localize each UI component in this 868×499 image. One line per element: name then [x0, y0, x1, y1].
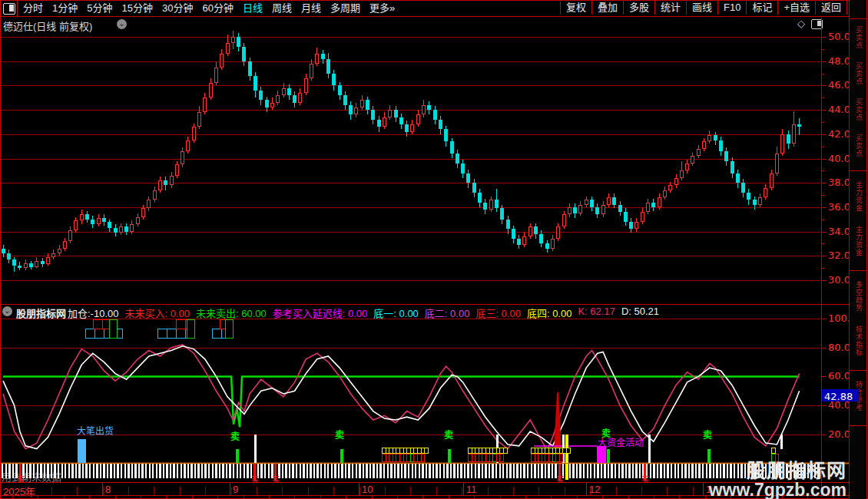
candlestick-pane[interactable]	[0, 31, 821, 304]
sidebar-divider	[850, 270, 866, 271]
pane-divider[interactable]	[0, 304, 849, 305]
sidebar-divider	[850, 370, 866, 371]
sidebar-item[interactable]: 买卖点	[854, 26, 863, 49]
timeline-minor-tick	[257, 487, 257, 495]
candle-body	[780, 134, 784, 154]
candle-body	[46, 257, 50, 265]
timeline-minor-tick	[205, 487, 206, 495]
bottom-strip-tick	[705, 496, 706, 499]
timeline-minor-tick	[693, 487, 694, 495]
layout-panel-icon[interactable]	[3, 3, 15, 15]
candle-body	[731, 161, 734, 173]
candle-body	[35, 261, 38, 267]
timeline-minor-tick	[513, 487, 514, 495]
menu-item-分时[interactable]: 分时	[18, 0, 48, 16]
candle-body	[203, 97, 207, 112]
candle-body	[517, 239, 521, 245]
candle-body	[775, 154, 779, 173]
candle-body	[242, 47, 246, 61]
menu-item-更多»[interactable]: 更多»	[365, 0, 399, 16]
menu-item-多周期[interactable]: 多周期	[326, 0, 365, 16]
sidebar-item[interactable]: 买卖点	[854, 98, 863, 121]
indicator-pane[interactable]	[0, 319, 821, 464]
indicator-collapse-icon[interactable]: ⌄	[2, 306, 12, 316]
candle-body	[91, 220, 94, 224]
candle-body	[298, 93, 302, 103]
bottom-strip-tick	[217, 496, 218, 499]
title-bar: 德迈仕(日线 前复权) ⌄ ◇	[0, 17, 849, 31]
toolbar-item-叠加[interactable]: 叠加	[591, 1, 623, 15]
bottom-strip-tick	[397, 496, 398, 499]
sidebar-item[interactable]: 主力资金	[854, 181, 863, 212]
toolbar-item-多股[interactable]: 多股	[623, 1, 654, 15]
candle-body	[85, 214, 89, 219]
menu-item-15分钟[interactable]: 15分钟	[117, 0, 157, 16]
diamond-icon[interactable]: ◇	[797, 18, 805, 29]
price-gridline	[0, 207, 820, 208]
toolbar-item-复权[interactable]: 复权	[560, 1, 591, 15]
bottom-strip-tick	[38, 496, 38, 499]
candle-body	[343, 95, 347, 105]
candle-body	[74, 220, 78, 230]
toolbar-item-画线[interactable]: 画线	[686, 1, 717, 15]
bottom-strip-tick	[525, 496, 526, 499]
price-gridline	[0, 183, 820, 183]
candle-body	[158, 180, 162, 190]
sidebar-item[interactable]: 多空趋势	[854, 281, 863, 312]
candle-body	[500, 208, 504, 219]
candle-body	[237, 37, 240, 47]
sidebar-item[interactable]: 买卖点	[854, 62, 863, 85]
menu-item-5分钟[interactable]: 5分钟	[82, 0, 117, 16]
candle-body	[276, 95, 280, 103]
title-collapse-icon[interactable]: ⌄	[117, 19, 127, 29]
candle-body	[758, 197, 762, 205]
candle-body	[466, 173, 470, 183]
candle-body	[170, 176, 174, 186]
candle-body	[388, 110, 392, 117]
candle-body	[108, 222, 111, 228]
indicator-current-value: 42.88	[822, 389, 859, 402]
candle-body	[568, 207, 571, 215]
sidebar-item[interactable]: 主力资金	[854, 226, 863, 256]
timeline-month-tick	[586, 483, 587, 495]
indicator-axis-tick	[821, 405, 827, 406]
menu-item-30分钟[interactable]: 30分钟	[157, 0, 197, 16]
toolbar-item-F10[interactable]: F10	[717, 1, 746, 15]
sidebar-item[interactable]: 买卖点	[854, 134, 863, 157]
candle-wick	[799, 118, 800, 135]
timeline-minor-tick	[51, 487, 52, 495]
candle-body	[383, 117, 386, 127]
menu-item-周线[interactable]: 周线	[267, 0, 297, 16]
menu-item-月线[interactable]: 月线	[297, 0, 326, 16]
bottom-strip-tick	[474, 496, 475, 499]
candle-body	[410, 124, 414, 132]
sidebar-item[interactable]: 技术指标	[854, 326, 863, 356]
candle-body	[674, 178, 678, 186]
candle-body	[214, 68, 218, 84]
candle-body	[495, 200, 499, 208]
indicator-gridline	[0, 435, 820, 435]
price-axis-tick	[821, 159, 827, 160]
candle-body	[601, 205, 605, 215]
menu-item-60分钟[interactable]: 60分钟	[197, 0, 237, 16]
candle-body	[287, 88, 291, 96]
candle-body	[97, 218, 101, 224]
toolbar-item-统计[interactable]: 统计	[654, 1, 686, 15]
toolbar-item-返回[interactable]: 返回	[815, 1, 847, 15]
candle-body	[792, 124, 796, 144]
toolbar-item-标记[interactable]: 标记	[746, 1, 777, 15]
timeline-minor-tick	[231, 487, 232, 495]
bottom-strip-tick	[192, 496, 193, 499]
toolbar-item-+自选[interactable]: +自选	[777, 1, 815, 15]
timeline-label-11: 11	[466, 484, 477, 495]
timeline-month-tick	[703, 483, 704, 495]
menu-item-日线[interactable]: 日线	[238, 0, 267, 16]
candle-body	[483, 203, 487, 210]
candle-body	[58, 249, 61, 253]
menu-item-1分钟[interactable]: 1分钟	[48, 0, 82, 16]
timeline-minor-tick	[128, 487, 129, 495]
candle-body	[130, 224, 134, 232]
candle-body	[68, 230, 72, 241]
candle-body	[7, 253, 11, 259]
price-axis-tick	[821, 207, 827, 208]
